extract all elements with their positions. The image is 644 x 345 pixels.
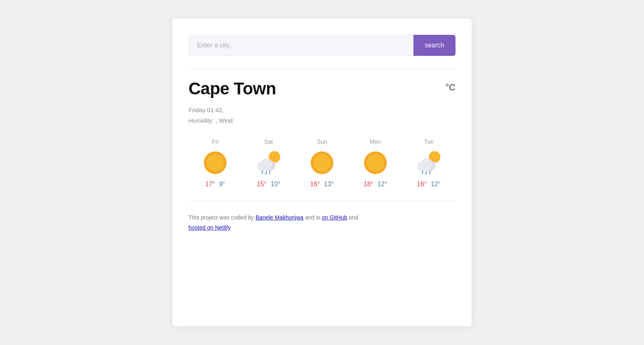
svg-point-13 (366, 154, 384, 172)
search-divider (189, 69, 455, 69)
temp-high-mon: 18° (364, 181, 373, 188)
temp-high-tue: 16° (417, 181, 427, 188)
temp-high-fri: 17° (205, 181, 215, 188)
netlify-link[interactable]: hosted on Netlify (189, 224, 231, 231)
search-button[interactable]: search (413, 35, 455, 56)
day-label-sun: Sun (317, 138, 327, 145)
forecast-day-tue: Tue 16° 12° (409, 138, 449, 188)
city-info: Cape Town (189, 79, 276, 98)
weather-icon-sun (307, 148, 337, 177)
weather-icon-mon (361, 148, 390, 177)
svg-line-20 (426, 172, 427, 175)
app-card: search Cape Town °C Friday 01:42, Humidi… (172, 19, 472, 326)
weather-humidity-wind: Humidity: , Wind: (189, 117, 234, 124)
temp-high-sat: 15° (257, 181, 267, 188)
temps-sat: 15° 10° (257, 181, 280, 188)
forecast-grid: Fri 17° 9° Sat (189, 138, 455, 188)
day-label-sat: Sat (264, 138, 273, 145)
svg-line-21 (430, 171, 430, 174)
temps-sun: 16° 13° (310, 181, 334, 188)
city-name: Cape Town (189, 79, 276, 98)
temp-low-tue: 12° (431, 181, 441, 188)
footer-text-before: This project was coded by (189, 214, 256, 221)
city-search-input[interactable] (189, 35, 413, 56)
svg-point-6 (261, 158, 272, 170)
weather-datetime: Friday 01:42, (189, 106, 224, 113)
temp-low-sat: 10° (271, 181, 280, 188)
sun-icon-sun (308, 149, 336, 177)
forecast-day-sun: Sun 16° 13° (302, 138, 342, 188)
sun-icon-fri (201, 149, 229, 177)
forecast-day-mon: Mon 18° 12° (355, 138, 396, 188)
footer-text-middle: and is (303, 214, 322, 221)
weather-icon-tue (414, 148, 443, 177)
footer-text: This project was coded by Banele Makhonj… (189, 213, 455, 233)
search-section: search (189, 35, 455, 56)
temp-low-sun: 13° (324, 181, 334, 188)
day-label-tue: Tue (424, 138, 434, 145)
weather-meta: Friday 01:42, Humidity: , Wind: (189, 105, 455, 126)
temps-fri: 17° 9° (205, 181, 225, 188)
weather-icon-fri (201, 148, 230, 177)
github-link[interactable]: on GitHub (322, 214, 347, 221)
sun-icon-mon (362, 149, 389, 177)
weather-header: Cape Town °C (189, 79, 455, 98)
temperature-unit: °C (445, 82, 455, 93)
partly-cloudy-rain-icon-sat (254, 148, 283, 177)
svg-point-18 (421, 158, 432, 170)
svg-line-19 (422, 171, 423, 174)
temp-high-sun: 16° (310, 181, 320, 188)
author-link[interactable]: Banele Makhonjwa (256, 214, 303, 221)
svg-line-8 (266, 172, 267, 175)
svg-point-1 (206, 154, 224, 172)
footer-text-after: and (347, 214, 358, 221)
temps-tue: 16° 12° (417, 181, 441, 188)
weather-icon-sat (254, 148, 283, 177)
svg-line-7 (262, 171, 263, 174)
temps-mon: 18° 12° (364, 181, 387, 188)
day-label-fri: Fri (212, 138, 218, 145)
forecast-day-sat: Sat 15° 10° (248, 138, 289, 188)
svg-point-11 (313, 154, 331, 172)
partly-cloudy-rain-icon-tue (414, 148, 443, 177)
forecast-day-fri: Fri 17° 9° (195, 138, 235, 188)
temp-low-fri: 9° (219, 181, 225, 188)
footer-divider (189, 201, 455, 201)
svg-line-9 (269, 171, 270, 174)
temp-low-mon: 12° (377, 181, 387, 188)
day-label-mon: Mon (370, 138, 381, 145)
